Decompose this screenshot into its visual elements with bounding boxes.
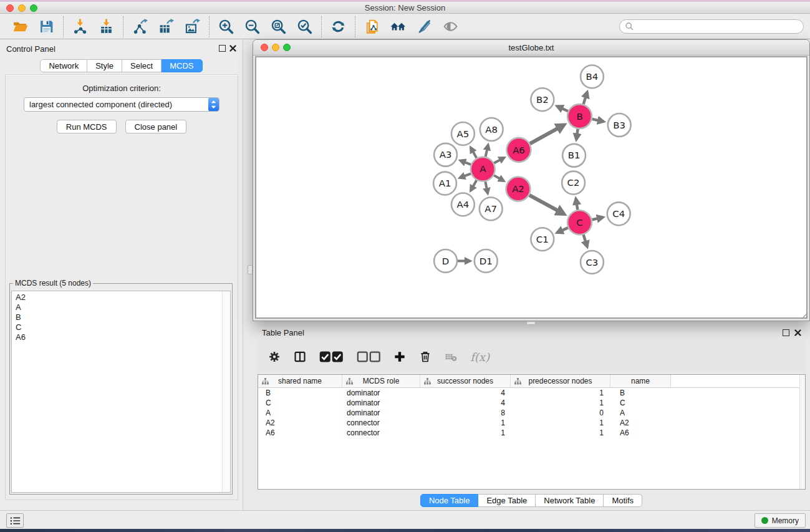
- close-panel-button[interactable]: Close panel: [125, 120, 187, 133]
- result-item[interactable]: C: [12, 322, 230, 332]
- table-cell[interactable]: 1: [420, 428, 511, 437]
- graph-node-B2[interactable]: B2: [531, 88, 554, 111]
- graph-edge-A-A2[interactable]: [494, 175, 504, 181]
- tab-network[interactable]: Network: [40, 59, 87, 72]
- column-header-mcds-role[interactable]: MCDS role: [342, 375, 420, 387]
- column-header-predecessor-nodes[interactable]: predecessor nodes: [511, 375, 610, 387]
- table-options-gear-icon[interactable]: [268, 351, 281, 363]
- memory-button[interactable]: Memory: [755, 513, 806, 528]
- table-cell[interactable]: A2: [258, 418, 342, 427]
- graph-node-A8[interactable]: A8: [480, 118, 503, 141]
- graph-node-C4[interactable]: C4: [607, 202, 630, 225]
- graph-edge-C-C1[interactable]: [557, 228, 568, 233]
- graph-edge-B-B4[interactable]: [584, 92, 587, 105]
- tab-network-table[interactable]: Network Table: [536, 494, 604, 507]
- close-table-panel-icon[interactable]: [794, 329, 802, 337]
- graph-edge-A-A8[interactable]: [486, 145, 488, 157]
- task-history-button[interactable]: [6, 513, 24, 528]
- show-graphics-icon[interactable]: [443, 19, 458, 34]
- graph-edge-A-A1[interactable]: [460, 173, 471, 178]
- graph-node-C[interactable]: C: [567, 210, 592, 235]
- result-scrollbar[interactable]: [222, 291, 230, 492]
- table-cell[interactable]: C: [258, 399, 342, 407]
- table-cell[interactable]: A6: [610, 428, 671, 437]
- criterion-dropdown[interactable]: largest connected component (directed): [24, 97, 219, 112]
- export-image-icon[interactable]: [185, 19, 200, 34]
- graph-node-C1[interactable]: C1: [531, 228, 554, 251]
- column-header-shared-name[interactable]: shared name: [258, 375, 342, 387]
- export-table-icon[interactable]: [158, 19, 174, 34]
- graph-node-B1[interactable]: B1: [562, 144, 586, 167]
- zoom-fit-icon[interactable]: [271, 19, 286, 34]
- tab-select[interactable]: Select: [122, 59, 162, 72]
- close-panel-icon[interactable]: [229, 44, 237, 52]
- table-cell[interactable]: A2: [610, 418, 671, 427]
- graph-edge-B-B1[interactable]: [576, 129, 577, 140]
- zoom-out-icon[interactable]: [244, 19, 260, 34]
- table-row[interactable]: Cdominator41C: [258, 398, 805, 408]
- result-item[interactable]: B: [12, 312, 230, 322]
- table-cell[interactable]: dominator: [342, 399, 420, 407]
- zoom-selected-icon[interactable]: [297, 19, 312, 34]
- tab-style[interactable]: Style: [87, 59, 122, 72]
- graph-edge-A-A4[interactable]: [471, 180, 476, 191]
- graph-edge-A-A6[interactable]: [494, 158, 504, 163]
- table-cell[interactable]: connector: [342, 418, 420, 427]
- table-cell[interactable]: 4: [420, 399, 511, 407]
- graph-node-A2[interactable]: A2: [506, 177, 531, 201]
- float-panel-icon[interactable]: [219, 45, 226, 52]
- table-cell[interactable]: A: [258, 409, 342, 417]
- graph-edge-C-C3[interactable]: [584, 235, 587, 247]
- first-neighbors-icon[interactable]: [390, 19, 406, 34]
- search-input[interactable]: [634, 22, 803, 31]
- zoom-in-icon[interactable]: [218, 19, 234, 34]
- unselect-all-columns-icon[interactable]: [357, 351, 381, 363]
- table-cell[interactable]: 8: [420, 409, 511, 417]
- import-network-icon[interactable]: [72, 19, 88, 34]
- table-cell[interactable]: 1: [511, 399, 610, 407]
- network-canvas[interactable]: AA1A2A3A4A5A6A7A8BB1B2B3B4CC1C2C3C4DD1: [255, 56, 808, 319]
- network-window-titlebar[interactable]: testGlobe.txt: [253, 40, 809, 56]
- graph-edge-A-A3[interactable]: [460, 160, 471, 165]
- graph-node-C2[interactable]: C2: [562, 172, 585, 195]
- table-row[interactable]: A6connector11A6: [258, 428, 805, 438]
- graph-node-C3[interactable]: C3: [581, 251, 604, 274]
- create-column-icon[interactable]: [393, 351, 406, 363]
- table-scrollbar[interactable]: [799, 375, 805, 489]
- graph-node-A5[interactable]: A5: [451, 122, 475, 145]
- table-cell[interactable]: 4: [420, 389, 511, 397]
- graph-node-A4[interactable]: A4: [451, 193, 475, 216]
- duplicate-network-icon[interactable]: [364, 19, 380, 34]
- table-cell[interactable]: C: [610, 399, 671, 407]
- graph-node-B3[interactable]: B3: [608, 114, 631, 137]
- graph-node-A[interactable]: A: [471, 157, 495, 181]
- run-mcds-button[interactable]: Run MCDS: [57, 120, 117, 133]
- graph-node-D1[interactable]: D1: [475, 249, 498, 273]
- table-cell[interactable]: 1: [511, 389, 610, 397]
- graph-edge-A6-B[interactable]: [530, 125, 564, 143]
- graph-edge-A-A7[interactable]: [485, 181, 488, 193]
- table-cell[interactable]: dominator: [342, 409, 420, 417]
- graph-node-D[interactable]: D: [434, 249, 457, 273]
- refresh-view-icon[interactable]: [330, 19, 346, 34]
- graph-edge-C-C2[interactable]: [576, 199, 578, 210]
- graph-node-A6[interactable]: A6: [507, 138, 531, 162]
- import-table-icon[interactable]: [99, 19, 114, 34]
- show-columns-icon[interactable]: [294, 351, 306, 363]
- table-cell[interactable]: 0: [511, 409, 610, 417]
- resize-handle-icon[interactable]: [801, 312, 808, 319]
- column-header-successor-nodes[interactable]: successor nodes: [420, 375, 511, 387]
- table-cell[interactable]: 1: [511, 418, 610, 427]
- open-file-icon[interactable]: [12, 19, 28, 34]
- table-cell[interactable]: B: [258, 389, 342, 397]
- graph-edge-A-A5[interactable]: [471, 148, 476, 158]
- save-session-icon[interactable]: [39, 19, 54, 34]
- table-cell[interactable]: connector: [342, 428, 420, 437]
- delete-columns-icon[interactable]: [419, 351, 432, 363]
- tab-motifs[interactable]: Motifs: [604, 494, 642, 507]
- graph-edge-B-B2[interactable]: [557, 106, 568, 111]
- graph-node-B4[interactable]: B4: [581, 65, 604, 88]
- graph-edge-A2-C[interactable]: [529, 195, 564, 214]
- hide-graphics-icon[interactable]: [417, 19, 432, 34]
- table-cell[interactable]: dominator: [342, 389, 420, 397]
